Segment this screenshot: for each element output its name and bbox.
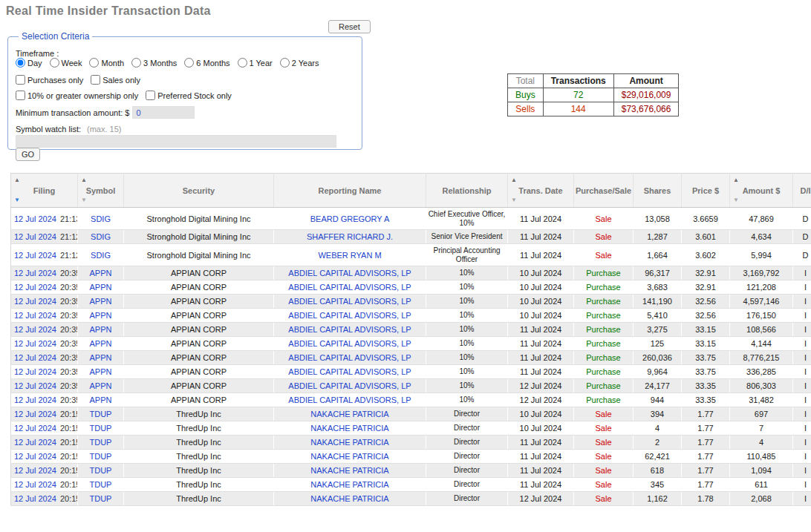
sort-control[interactable]: ▲▼ [14,177,20,203]
go-button[interactable]: GO [16,148,40,161]
symbol-link[interactable]: APPN [90,311,112,320]
filing-date-link[interactable]: 12 Jul 2024 [14,297,56,306]
reporting-name-link[interactable]: NAKACHE PATRICIA [310,480,388,489]
reporting-name-link[interactable]: NAKACHE PATRICIA [310,466,388,475]
reporting-name-link[interactable]: SHAFFER RICHARD J. [307,232,393,241]
symbol-link[interactable]: TDUP [90,438,112,447]
sort-desc-icon[interactable]: ▼ [511,197,517,203]
symbol-link[interactable]: APPN [90,325,112,334]
symbol-link[interactable]: TDUP [90,466,112,475]
sort-control[interactable]: ▲▼ [511,177,517,203]
sort-asc-icon[interactable]: ▲ [81,177,87,183]
symbol-link[interactable]: SDIG [91,251,111,260]
reporting-name-link[interactable]: ABDIEL CAPITAL ADVISORS, LP [288,339,411,348]
checkbox-purchases-only[interactable] [16,75,25,85]
timeframe-option-1-year[interactable]: 1 Year [238,58,273,68]
symbol-link[interactable]: APPN [90,381,112,390]
column-header-trans-date[interactable]: ▲▼Trans. Date [508,174,574,208]
reporting-name-link[interactable]: WEBER RYAN M [318,251,381,260]
reporting-name-link[interactable]: ABDIEL CAPITAL ADVISORS, LP [288,311,411,320]
filing-date-link[interactable]: 12 Jul 2024 [14,283,56,292]
reporting-name-link[interactable]: ABDIEL CAPITAL ADVISORS, LP [288,395,411,404]
symbol-link[interactable]: APPN [90,353,112,362]
checkbox-option-sales-only[interactable]: Sales only [91,75,140,85]
reporting-name-link[interactable]: ABDIEL CAPITAL ADVISORS, LP [288,367,411,376]
filing-date-link[interactable]: 12 Jul 2024 [14,269,56,278]
filing-date-link[interactable]: 12 Jul 2024 [14,381,56,390]
filing-date-link[interactable]: 12 Jul 2024 [14,480,56,489]
reporting-name-link[interactable]: ABDIEL CAPITAL ADVISORS, LP [288,325,411,334]
checkbox-option-10-or-greater-ownership-only[interactable]: 10% or greater ownership only [16,91,138,100]
timeframe-radio-week[interactable] [50,58,59,68]
timeframe-option-day[interactable]: Day [16,58,42,68]
reporting-name-link[interactable]: ABDIEL CAPITAL ADVISORS, LP [288,381,411,390]
checkbox-option-preferred-stock-only[interactable]: Preferred Stock only [146,91,232,100]
timeframe-radio-6-months[interactable] [184,58,194,68]
filing-date-link[interactable]: 12 Jul 2024 [14,424,56,433]
symbol-link[interactable]: APPN [90,367,112,376]
symbol-link[interactable]: TDUP [90,452,112,461]
sort-desc-icon[interactable]: ▼ [14,197,20,203]
symbol-link[interactable]: APPN [90,339,112,348]
column-header-symbol[interactable]: ▲▼Symbol [78,174,124,208]
sort-desc-icon[interactable]: ▼ [733,197,739,203]
symbol-link[interactable]: TDUP [90,480,112,489]
filing-date-link[interactable]: 12 Jul 2024 [14,251,56,260]
filing-date-link[interactable]: 12 Jul 2024 [14,438,56,447]
symbol-link[interactable]: SDIG [91,232,111,241]
sort-asc-icon[interactable]: ▲ [14,177,20,183]
symbol-link[interactable]: SDIG [91,214,111,223]
checkbox-preferred-stock-only[interactable] [146,91,155,100]
timeframe-option-2-years[interactable]: 2 Years [280,58,319,68]
timeframe-option-6-months[interactable]: 6 Months [184,58,229,68]
filing-date-link[interactable]: 12 Jul 2024 [14,494,56,503]
reporting-name-link[interactable]: ABDIEL CAPITAL ADVISORS, LP [288,297,411,306]
filing-date-link[interactable]: 12 Jul 2024 [14,232,56,241]
filing-date-link[interactable]: 12 Jul 2024 [14,410,56,418]
timeframe-radio-2-years[interactable] [280,58,290,68]
sort-control[interactable]: ▲▼ [81,177,87,203]
symbol-link[interactable]: TDUP [90,494,112,503]
filing-date-link[interactable]: 12 Jul 2024 [14,311,56,320]
reporting-name-link[interactable]: NAKACHE PATRICIA [310,424,388,433]
reporting-name-link[interactable]: BEARD GREGORY A [310,214,390,223]
symbol-link[interactable]: TDUP [90,424,112,433]
reporting-name-link[interactable]: NAKACHE PATRICIA [310,452,388,461]
timeframe-option-week[interactable]: Week [50,58,82,68]
symbol-link[interactable]: APPN [90,297,112,306]
sort-control[interactable]: ▲▼ [733,177,739,203]
filing-date-link[interactable]: 12 Jul 2024 [14,466,56,475]
checkbox-10-or-greater-ownership-only[interactable] [16,91,25,100]
filing-date-link[interactable]: 12 Jul 2024 [14,452,56,461]
filing-date-link[interactable]: 12 Jul 2024 [14,353,56,362]
timeframe-radio-day[interactable] [16,58,25,68]
timeframe-radio-month[interactable] [89,58,99,68]
reporting-name-link[interactable]: ABDIEL CAPITAL ADVISORS, LP [288,283,411,292]
reporting-name-link[interactable]: NAKACHE PATRICIA [310,438,388,447]
column-header-amount[interactable]: ▲▼Amount $ [730,174,793,208]
reporting-name-link[interactable]: ABDIEL CAPITAL ADVISORS, LP [288,269,411,278]
filing-date-link[interactable]: 12 Jul 2024 [14,325,56,334]
watch-list-input[interactable] [16,135,336,148]
filing-date-link[interactable]: 12 Jul 2024 [14,214,56,223]
reporting-name-link[interactable]: NAKACHE PATRICIA [310,410,388,418]
checkbox-option-purchases-only[interactable]: Purchases only [16,75,83,85]
sort-asc-icon[interactable]: ▲ [733,177,739,183]
min-amount-input[interactable] [132,106,195,119]
symbol-link[interactable]: TDUP [90,410,112,418]
filing-date-link[interactable]: 12 Jul 2024 [14,339,56,348]
filing-date-link[interactable]: 12 Jul 2024 [14,367,56,376]
column-header-filing[interactable]: ▲▼Filing [11,174,78,208]
timeframe-option-3-months[interactable]: 3 Months [131,58,177,68]
symbol-link[interactable]: APPN [90,269,112,278]
checkbox-sales-only[interactable] [91,75,100,85]
timeframe-radio-1-year[interactable] [238,58,247,68]
sort-desc-icon[interactable]: ▼ [81,197,87,203]
reporting-name-link[interactable]: ABDIEL CAPITAL ADVISORS, LP [288,353,411,362]
reporting-name-link[interactable]: NAKACHE PATRICIA [310,494,388,503]
sort-asc-icon[interactable]: ▲ [511,177,517,183]
symbol-link[interactable]: APPN [90,395,112,404]
timeframe-radio-3-months[interactable] [131,58,141,68]
filing-date-link[interactable]: 12 Jul 2024 [14,395,56,404]
symbol-link[interactable]: APPN [90,283,112,292]
